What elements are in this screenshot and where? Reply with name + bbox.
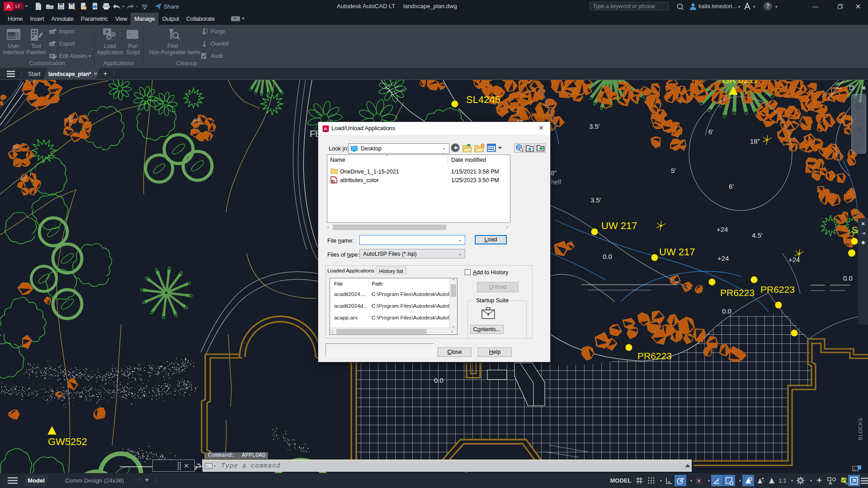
svg-text:0.0: 0.0 — [603, 253, 612, 260]
svg-text:A: A — [6, 3, 11, 10]
svg-text:>_: >_ — [128, 33, 133, 37]
svg-text:+24: +24 — [717, 225, 728, 233]
svg-text:3.5': 3.5' — [589, 122, 600, 130]
svg-text:GR 6217: GR 6217 — [722, 80, 759, 85]
svg-text:6': 6' — [729, 183, 734, 190]
svg-text:0.0: 0.0 — [722, 307, 731, 315]
svg-text:3.5': 3.5' — [590, 196, 601, 204]
svg-text:LSP: LSP — [331, 181, 335, 183]
svg-text:PR6223: PR6223 — [720, 287, 755, 298]
svg-text:18": 18" — [750, 137, 760, 145]
svg-text:CUI: CUI — [8, 34, 15, 39]
svg-text:0.0: 0.0 — [434, 376, 443, 384]
svg-text:PR6223: PR6223 — [637, 351, 672, 361]
svg-text:PR6223: PR6223 — [760, 284, 795, 295]
svg-text:LT: LT — [15, 4, 20, 9]
svg-text:4.5': 4.5' — [752, 231, 763, 239]
svg-text:0.0: 0.0 — [843, 274, 853, 282]
svg-text:S: S — [852, 225, 858, 235]
svg-text:A: A — [324, 126, 327, 131]
svg-text:UW 217: UW 217 — [601, 220, 637, 231]
svg-text:6': 6' — [708, 128, 713, 136]
svg-text:+24: +24 — [717, 254, 729, 262]
svg-text:SL4245: SL4245 — [466, 94, 500, 105]
svg-text:+24: +24 — [788, 256, 800, 263]
svg-text:helf: helf — [551, 178, 561, 186]
svg-text:GW5252: GW5252 — [48, 436, 87, 447]
svg-text:UW 217: UW 217 — [659, 246, 695, 258]
svg-text:8": 8" — [551, 169, 557, 177]
svg-text:CUIX: CUIX — [50, 31, 56, 34]
svg-text:CUIX: CUIX — [50, 43, 56, 46]
svg-text:5': 5' — [671, 167, 676, 174]
